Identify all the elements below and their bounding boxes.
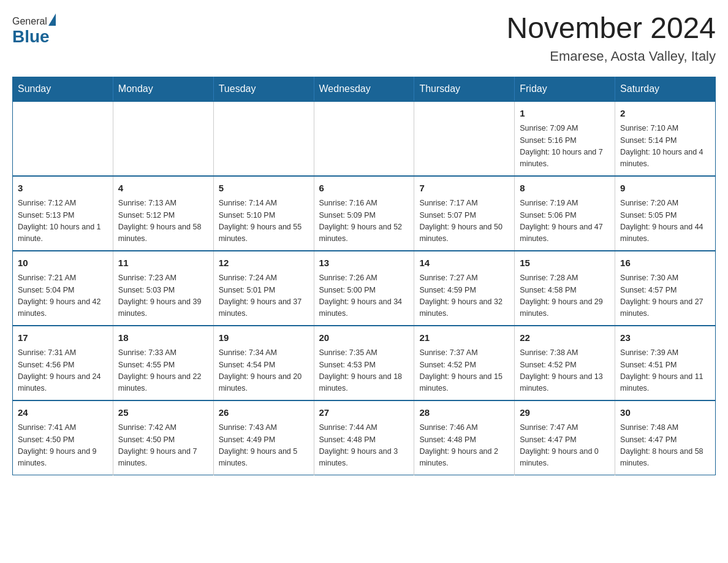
- day-info: Sunrise: 7:13 AMSunset: 5:12 PMDaylight:…: [118, 197, 208, 245]
- day-number: 5: [219, 182, 309, 196]
- day-number: 19: [219, 331, 309, 345]
- day-number: 28: [419, 406, 509, 420]
- weekday-header-monday: Monday: [113, 77, 213, 101]
- day-number: 22: [520, 331, 610, 345]
- calendar-cell: 1Sunrise: 7:09 AMSunset: 5:16 PMDaylight…: [515, 101, 615, 176]
- day-number: 27: [319, 406, 409, 420]
- title-section: November 2024 Emarese, Aosta Valley, Ita…: [506, 12, 716, 64]
- calendar-cell: 22Sunrise: 7:38 AMSunset: 4:52 PMDayligh…: [515, 326, 615, 400]
- weekday-header-tuesday: Tuesday: [213, 77, 314, 101]
- calendar-cell: [13, 101, 113, 176]
- day-number: 24: [18, 406, 108, 420]
- logo: General Blue: [12, 12, 57, 47]
- logo-blue-text: Blue: [12, 27, 50, 47]
- day-info: Sunrise: 7:21 AMSunset: 5:04 PMDaylight:…: [18, 272, 108, 320]
- calendar-week-row: 10Sunrise: 7:21 AMSunset: 5:04 PMDayligh…: [13, 251, 716, 326]
- day-number: 18: [118, 331, 208, 345]
- calendar-cell: 30Sunrise: 7:48 AMSunset: 4:47 PMDayligh…: [615, 400, 716, 475]
- day-info: Sunrise: 7:19 AMSunset: 5:06 PMDaylight:…: [520, 197, 610, 245]
- month-title: November 2024: [506, 12, 716, 45]
- calendar-cell: 2Sunrise: 7:10 AMSunset: 5:14 PMDaylight…: [615, 101, 716, 176]
- day-number: 8: [520, 182, 610, 196]
- calendar-cell: 27Sunrise: 7:44 AMSunset: 4:48 PMDayligh…: [314, 400, 414, 475]
- day-info: Sunrise: 7:48 AMSunset: 4:47 PMDaylight:…: [620, 422, 710, 470]
- day-info: Sunrise: 7:14 AMSunset: 5:10 PMDaylight:…: [219, 197, 309, 245]
- calendar-cell: 21Sunrise: 7:37 AMSunset: 4:52 PMDayligh…: [414, 326, 515, 400]
- calendar-cell: 12Sunrise: 7:24 AMSunset: 5:01 PMDayligh…: [213, 251, 314, 326]
- day-info: Sunrise: 7:39 AMSunset: 4:51 PMDaylight:…: [620, 347, 710, 395]
- calendar-cell: 14Sunrise: 7:27 AMSunset: 4:59 PMDayligh…: [414, 251, 515, 326]
- day-number: 29: [520, 406, 610, 420]
- calendar-cell: 8Sunrise: 7:19 AMSunset: 5:06 PMDaylight…: [515, 176, 615, 251]
- day-number: 3: [18, 182, 108, 196]
- calendar-cell: [213, 101, 314, 176]
- day-info: Sunrise: 7:26 AMSunset: 5:00 PMDaylight:…: [319, 272, 409, 320]
- day-info: Sunrise: 7:17 AMSunset: 5:07 PMDaylight:…: [419, 197, 509, 245]
- calendar-cell: 19Sunrise: 7:34 AMSunset: 4:54 PMDayligh…: [213, 326, 314, 400]
- day-info: Sunrise: 7:38 AMSunset: 4:52 PMDaylight:…: [520, 347, 610, 395]
- calendar-cell: 26Sunrise: 7:43 AMSunset: 4:49 PMDayligh…: [213, 400, 314, 475]
- weekday-header-wednesday: Wednesday: [314, 77, 414, 101]
- day-info: Sunrise: 7:28 AMSunset: 4:58 PMDaylight:…: [520, 272, 610, 320]
- day-number: 7: [419, 182, 509, 196]
- calendar-week-row: 3Sunrise: 7:12 AMSunset: 5:13 PMDaylight…: [13, 176, 716, 251]
- day-number: 20: [319, 331, 409, 345]
- calendar-cell: 3Sunrise: 7:12 AMSunset: 5:13 PMDaylight…: [13, 176, 113, 251]
- weekday-header-row: SundayMondayTuesdayWednesdayThursdayFrid…: [13, 77, 716, 101]
- day-info: Sunrise: 7:27 AMSunset: 4:59 PMDaylight:…: [419, 272, 509, 320]
- day-info: Sunrise: 7:31 AMSunset: 4:56 PMDaylight:…: [18, 347, 108, 395]
- day-number: 25: [118, 406, 208, 420]
- calendar-cell: 9Sunrise: 7:20 AMSunset: 5:05 PMDaylight…: [615, 176, 716, 251]
- calendar-cell: 29Sunrise: 7:47 AMSunset: 4:47 PMDayligh…: [515, 400, 615, 475]
- weekday-header-saturday: Saturday: [615, 77, 716, 101]
- day-number: 26: [219, 406, 309, 420]
- calendar-cell: [414, 101, 515, 176]
- logo-general-text: General: [12, 16, 47, 27]
- day-info: Sunrise: 7:16 AMSunset: 5:09 PMDaylight:…: [319, 197, 409, 245]
- day-info: Sunrise: 7:12 AMSunset: 5:13 PMDaylight:…: [18, 197, 108, 245]
- day-number: 21: [419, 331, 509, 345]
- weekday-header-friday: Friday: [515, 77, 615, 101]
- calendar-cell: 24Sunrise: 7:41 AMSunset: 4:50 PMDayligh…: [13, 400, 113, 475]
- calendar-cell: 28Sunrise: 7:46 AMSunset: 4:48 PMDayligh…: [414, 400, 515, 475]
- day-number: 4: [118, 182, 208, 196]
- day-info: Sunrise: 7:41 AMSunset: 4:50 PMDaylight:…: [18, 422, 108, 470]
- day-info: Sunrise: 7:33 AMSunset: 4:55 PMDaylight:…: [118, 347, 208, 395]
- calendar-cell: 15Sunrise: 7:28 AMSunset: 4:58 PMDayligh…: [515, 251, 615, 326]
- calendar-cell: 4Sunrise: 7:13 AMSunset: 5:12 PMDaylight…: [113, 176, 213, 251]
- day-info: Sunrise: 7:10 AMSunset: 5:14 PMDaylight:…: [620, 123, 710, 170]
- weekday-header-sunday: Sunday: [13, 77, 113, 101]
- calendar-cell: 6Sunrise: 7:16 AMSunset: 5:09 PMDaylight…: [314, 176, 414, 251]
- day-number: 2: [620, 107, 710, 121]
- day-number: 14: [419, 256, 509, 270]
- calendar-week-row: 17Sunrise: 7:31 AMSunset: 4:56 PMDayligh…: [13, 326, 716, 400]
- day-number: 16: [620, 256, 710, 270]
- day-info: Sunrise: 7:46 AMSunset: 4:48 PMDaylight:…: [419, 422, 509, 470]
- day-number: 17: [18, 331, 108, 345]
- calendar-cell: 17Sunrise: 7:31 AMSunset: 4:56 PMDayligh…: [13, 326, 113, 400]
- day-number: 9: [620, 182, 710, 196]
- day-info: Sunrise: 7:44 AMSunset: 4:48 PMDaylight:…: [319, 422, 409, 470]
- calendar-week-row: 1Sunrise: 7:09 AMSunset: 5:16 PMDaylight…: [13, 101, 716, 176]
- day-info: Sunrise: 7:09 AMSunset: 5:16 PMDaylight:…: [520, 123, 610, 170]
- day-info: Sunrise: 7:37 AMSunset: 4:52 PMDaylight:…: [419, 347, 509, 395]
- day-number: 30: [620, 406, 710, 420]
- calendar-cell: 5Sunrise: 7:14 AMSunset: 5:10 PMDaylight…: [213, 176, 314, 251]
- day-number: 23: [620, 331, 710, 345]
- day-info: Sunrise: 7:42 AMSunset: 4:50 PMDaylight:…: [118, 422, 208, 470]
- day-info: Sunrise: 7:20 AMSunset: 5:05 PMDaylight:…: [620, 197, 710, 245]
- day-number: 11: [118, 256, 208, 270]
- calendar-cell: 25Sunrise: 7:42 AMSunset: 4:50 PMDayligh…: [113, 400, 213, 475]
- calendar-week-row: 24Sunrise: 7:41 AMSunset: 4:50 PMDayligh…: [13, 400, 716, 475]
- day-info: Sunrise: 7:34 AMSunset: 4:54 PMDaylight:…: [219, 347, 309, 395]
- day-info: Sunrise: 7:47 AMSunset: 4:47 PMDaylight:…: [520, 422, 610, 470]
- day-number: 6: [319, 182, 409, 196]
- calendar-cell: 13Sunrise: 7:26 AMSunset: 5:00 PMDayligh…: [314, 251, 414, 326]
- day-number: 1: [520, 107, 610, 121]
- calendar-cell: 16Sunrise: 7:30 AMSunset: 4:57 PMDayligh…: [615, 251, 716, 326]
- calendar-cell: [113, 101, 213, 176]
- location-title: Emarese, Aosta Valley, Italy: [506, 48, 716, 64]
- calendar-cell: 7Sunrise: 7:17 AMSunset: 5:07 PMDaylight…: [414, 176, 515, 251]
- calendar-cell: 20Sunrise: 7:35 AMSunset: 4:53 PMDayligh…: [314, 326, 414, 400]
- day-number: 15: [520, 256, 610, 270]
